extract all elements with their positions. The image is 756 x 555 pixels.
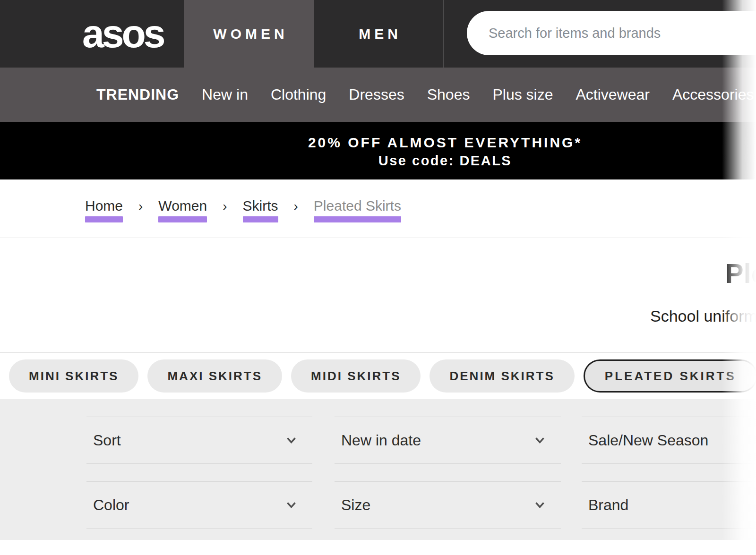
promo-banner-text: 20% OFF ALMOST EVERYTHING* Use code: DEA…: [0, 122, 756, 170]
promo-banner[interactable]: 20% OFF ALMOST EVERYTHING* Use code: DEA…: [0, 122, 756, 179]
breadcrumb-separator-icon: ›: [138, 198, 143, 213]
filter-color-dropdown[interactable]: Color: [86, 481, 312, 529]
filter-size-label: Size: [341, 496, 370, 514]
chevron-down-icon: [286, 502, 296, 509]
filter-sale-new-season-label: Sale/New Season: [588, 432, 708, 449]
filter-sale-new-season-dropdown[interactable]: Sale/New Season: [582, 417, 756, 464]
pill-denim-skirts[interactable]: DENIM SKIRTS: [430, 359, 574, 393]
breadcrumb-separator-icon: ›: [223, 198, 227, 213]
search-input[interactable]: [489, 26, 756, 41]
nav-item-activewear[interactable]: Activewear: [576, 86, 650, 103]
page-title: Pleated Skirts: [725, 257, 756, 289]
breadcrumb-separator-icon: ›: [294, 198, 298, 213]
filter-new-in-date-dropdown[interactable]: New in date: [335, 417, 561, 464]
filter-color-label: Color: [93, 496, 129, 514]
nav-item-trending[interactable]: TRENDING: [96, 86, 179, 103]
breadcrumb-highlight-bar: [314, 216, 401, 222]
nav-item-plus-size[interactable]: Plus size: [492, 86, 553, 103]
pill-mini-skirts[interactable]: MINI SKIRTS: [9, 359, 138, 393]
chevron-down-icon: [286, 437, 296, 444]
filter-brand-label: Brand: [588, 496, 628, 514]
filter-brand-dropdown[interactable]: Brand: [582, 481, 756, 529]
breadcrumb-home[interactable]: Home: [85, 198, 123, 222]
pill-pleated-skirts-selected[interactable]: PLEATED SKIRTS: [584, 359, 756, 393]
breadcrumb-skirts[interactable]: Skirts: [243, 198, 278, 222]
pill-midi-skirts[interactable]: MIDI SKIRTS: [291, 359, 421, 393]
breadcrumb-highlight-bar: [243, 216, 278, 222]
breadcrumb-pleated-skirts[interactable]: Pleated Skirts: [314, 198, 401, 222]
asos-category-page: asos WOMEN MEN TRENDING New in Clothing …: [0, 0, 756, 555]
breadcrumb-current-label: Pleated Skirts: [314, 198, 401, 213]
breadcrumb-highlight-bar: [85, 216, 123, 222]
chevron-down-icon: [535, 437, 545, 444]
filter-panel: Sort New in date Sale/New Season Color S…: [0, 399, 756, 540]
breadcrumb-home-label: Home: [85, 198, 123, 213]
filter-sort-label: Sort: [93, 432, 121, 449]
tab-men[interactable]: MEN: [314, 0, 443, 68]
breadcrumb-skirts-label: Skirts: [243, 198, 278, 213]
breadcrumb-highlight-bar: [158, 216, 207, 222]
category-pills-row: MINI SKIRTS MAXI SKIRTS MIDI SKIRTS DENI…: [0, 352, 756, 399]
tab-women[interactable]: WOMEN: [184, 0, 314, 68]
nav-item-shoes[interactable]: Shoes: [427, 86, 470, 103]
filter-sort-dropdown[interactable]: Sort: [86, 417, 312, 464]
filter-size-dropdown[interactable]: Size: [335, 481, 561, 529]
filter-new-in-date-label: New in date: [341, 432, 421, 449]
search-bar[interactable]: [467, 11, 756, 55]
nav-item-accessories[interactable]: Accessories: [672, 86, 754, 103]
nav-item-new-in[interactable]: New in: [202, 86, 248, 103]
breadcrumb-women[interactable]: Women: [158, 198, 207, 222]
page-subtitle: School uniform: [650, 307, 756, 325]
breadcrumb: Home › Women › Skirts › Pleated Skirts: [85, 198, 401, 222]
chevron-down-icon: [535, 502, 545, 509]
top-bar: asos WOMEN MEN: [0, 0, 756, 68]
promo-headline: 20% OFF ALMOST EVERYTHING*: [0, 134, 756, 152]
promo-code-line: Use code: DEALS: [0, 152, 756, 170]
pill-maxi-skirts[interactable]: MAXI SKIRTS: [147, 359, 282, 393]
topbar-separator: [443, 0, 444, 68]
section-divider: [0, 238, 756, 238]
nav-item-dresses[interactable]: Dresses: [349, 86, 404, 103]
category-nav: TRENDING New in Clothing Dresses Shoes P…: [0, 68, 756, 122]
nav-item-clothing[interactable]: Clothing: [271, 86, 326, 103]
asos-logo[interactable]: asos: [82, 0, 163, 68]
breadcrumb-women-label: Women: [158, 198, 207, 213]
